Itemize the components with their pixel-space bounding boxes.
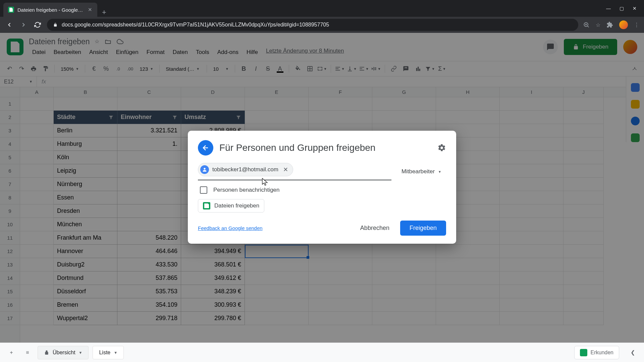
attached-file-chip: Dateien freigeben: [198, 199, 264, 213]
url-input[interactable]: docs.google.com/spreadsheets/d/1L0CRXrgx…: [47, 19, 578, 31]
address-bar: docs.google.com/spreadsheets/d/1L0CRXrgx…: [0, 17, 644, 33]
window-controls: ― ▢ ✕: [599, 6, 644, 11]
tab-title: Dateien freigeben - Google Tabe: [17, 7, 84, 13]
reload-button[interactable]: [33, 20, 42, 29]
new-tab-button[interactable]: +: [97, 8, 111, 17]
protected-icon: [44, 350, 49, 355]
url-text: docs.google.com/spreadsheets/d/1L0CRXrgx…: [62, 22, 329, 28]
sheets-file-icon: [203, 202, 210, 209]
close-tab-icon[interactable]: ✕: [87, 7, 93, 12]
extensions-icon[interactable]: [606, 21, 613, 28]
person-avatar-icon: [200, 165, 209, 174]
sheet-tab-bar: + ≡ Übersicht ▼ Liste ▼ Erkunden ❮: [0, 343, 644, 362]
all-sheets-button[interactable]: ≡: [21, 347, 34, 359]
profile-avatar[interactable]: [619, 20, 628, 29]
back-button[interactable]: [5, 20, 14, 29]
sheet-tab-uebersicht[interactable]: Übersicht ▼: [38, 346, 89, 359]
notify-checkbox[interactable]: [200, 186, 207, 194]
dialog-back-button[interactable]: [198, 140, 213, 156]
cancel-button[interactable]: Abbrechen: [353, 221, 397, 236]
add-sheet-button[interactable]: +: [5, 347, 17, 359]
browser-tab[interactable]: Dateien freigeben - Google Tabe ✕: [3, 3, 97, 17]
forward-button[interactable]: [19, 20, 28, 29]
explore-button[interactable]: Erkunden: [574, 346, 620, 359]
notify-label: Personen benachrichtigen: [213, 187, 280, 193]
chip-remove-button[interactable]: ✕: [282, 166, 289, 173]
chip-email: tobibecker1@hotmail.com: [212, 166, 278, 173]
close-window-icon[interactable]: ✕: [633, 6, 637, 11]
lock-icon: [53, 22, 58, 27]
side-panel-toggle[interactable]: ❮: [627, 347, 639, 359]
dialog-title: Für Personen und Gruppen freigeben: [219, 142, 431, 153]
email-chip: tobibecker1@hotmail.com ✕: [198, 163, 293, 176]
browser-tab-strip: Dateien freigeben - Google Tabe ✕ + ― ▢ …: [0, 0, 644, 17]
svg-point-2: [204, 168, 205, 170]
star-icon[interactable]: ☆: [596, 22, 600, 28]
role-select[interactable]: Mitbearbeiter ▼: [397, 163, 446, 180]
explore-icon: [580, 349, 587, 356]
sheet-tab-liste[interactable]: Liste ▼: [93, 346, 124, 359]
zoom-icon[interactable]: [583, 21, 590, 28]
dialog-settings-button[interactable]: [437, 143, 446, 152]
chevron-down-icon[interactable]: ▼: [114, 351, 117, 355]
sheets-favicon: [8, 7, 14, 13]
menu-icon[interactable]: ⋮: [634, 22, 639, 28]
chevron-down-icon: ▼: [438, 170, 441, 174]
feedback-link[interactable]: Feedback an Google senden: [198, 225, 263, 231]
chevron-down-icon[interactable]: ▼: [79, 351, 83, 355]
maximize-icon[interactable]: ▢: [620, 6, 624, 11]
submit-button[interactable]: Freigeben: [400, 221, 446, 236]
people-input[interactable]: tobibecker1@hotmail.com ✕: [198, 163, 391, 180]
share-dialog: Für Personen und Gruppen freigeben tobib…: [188, 131, 456, 244]
minimize-icon[interactable]: ―: [606, 6, 611, 11]
